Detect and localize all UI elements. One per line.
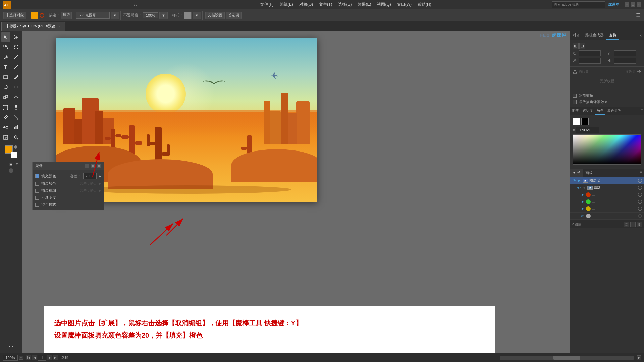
stroke-width-checkbox[interactable] (35, 189, 39, 193)
fill-color-checkbox[interactable] (35, 174, 39, 178)
stroke-color-checkbox[interactable] (35, 182, 39, 186)
warp-tool[interactable] (11, 93, 21, 102)
tolerance-input[interactable] (83, 173, 97, 179)
layer-item-2[interactable]: 👁 ▶ ▣ 图层 2 (570, 177, 644, 184)
lasso-tool[interactable] (11, 42, 21, 52)
menu-window[interactable]: 窗口(W) (394, 1, 414, 8)
layer-circle-green[interactable] (638, 200, 642, 204)
layer-circle-2[interactable] (638, 179, 642, 183)
color-panel-menu[interactable]: ≡ (640, 107, 644, 115)
eye-icon-green[interactable]: 👁 (580, 199, 585, 204)
w-input[interactable] (579, 58, 601, 64)
hex-input[interactable] (576, 127, 599, 133)
fill-indicator[interactable]: □ (3, 162, 7, 166)
h-input[interactable] (614, 58, 636, 64)
swap-colors-btn[interactable]: ↔ (14, 145, 17, 149)
opacity-checkbox[interactable] (35, 196, 39, 200)
rotate-tool[interactable] (1, 82, 10, 92)
layer-circle-gray[interactable] (638, 214, 642, 218)
last-page-btn[interactable]: ▶| (53, 355, 58, 360)
pen-tool[interactable] (1, 52, 10, 62)
slice-tool[interactable] (1, 133, 10, 142)
opacity-dropdown[interactable]: ▼ (159, 12, 168, 19)
magic-wand-tool[interactable] (1, 42, 10, 52)
search-bar[interactable]: 搜索 adobe 帮助 (552, 1, 605, 8)
layers-panel-menu[interactable]: ≡ (638, 169, 644, 177)
control-icon[interactable]: ☰ (636, 12, 641, 18)
brush-tool[interactable] (11, 72, 21, 82)
gradient-indicator[interactable]: ▣ (9, 162, 13, 166)
grid-view-btn[interactable]: ⊞ (573, 43, 579, 49)
stroke-dropdown[interactable]: ▼ (111, 12, 119, 19)
brush-select[interactable]: 搞边 (61, 12, 72, 19)
layer-circle-003[interactable] (638, 186, 642, 190)
eyedropper-tool[interactable] (1, 113, 10, 122)
next-page-btn[interactable]: ▶ (47, 355, 52, 360)
fill-color-swatch[interactable] (31, 12, 38, 19)
checkbox-scale-strokes[interactable] (573, 94, 577, 98)
white-swatch[interactable] (573, 118, 580, 125)
zoom-tool[interactable] (11, 133, 21, 142)
eye-icon-gray[interactable]: 👁 (580, 214, 585, 218)
layer-item-003[interactable]: 👁 ▼ ▣ 003 (570, 184, 644, 191)
zoom-dropdown[interactable]: ▼ (19, 356, 23, 360)
layer-color-yellow[interactable]: 👁 ... (570, 205, 644, 213)
x-input[interactable] (579, 50, 601, 56)
background-color[interactable] (11, 152, 17, 158)
tab-pathfinder[interactable]: 路径查找器 (583, 31, 606, 40)
horizontal-scrollbar[interactable] (500, 356, 634, 360)
menu-edit[interactable]: 编辑(E) (277, 1, 296, 8)
minimize-btn[interactable]: − (625, 2, 629, 7)
menu-help[interactable]: 帮助(H) (415, 1, 434, 8)
maximize-btn[interactable]: □ (631, 2, 635, 7)
stroke-width-arrow[interactable]: ▶ (99, 189, 101, 192)
menu-view[interactable]: 视图(Q) (374, 1, 393, 8)
preferences-btn[interactable]: 首选项 (226, 12, 241, 19)
reflect-tool[interactable] (11, 82, 21, 92)
eye-icon-red[interactable]: 👁 (580, 192, 585, 197)
layer-circle-red[interactable] (638, 193, 642, 197)
prev-page-btn[interactable]: ◀ (32, 355, 37, 360)
direct-select-tool[interactable] (11, 32, 21, 42)
menu-object[interactable]: 对象(O) (297, 1, 316, 8)
chart-tool[interactable] (11, 123, 21, 132)
tab-align[interactable]: 对齐 (570, 31, 583, 40)
style-dropdown[interactable]: ▼ (193, 12, 201, 19)
more-tools-btn[interactable]: ⋯ (6, 342, 16, 351)
tab-transparency[interactable]: 透明度 (581, 107, 595, 115)
eye-icon-layer2[interactable]: 👁 (572, 178, 577, 183)
layer-color-gray[interactable]: 👁 ... (570, 213, 644, 220)
layer-color-red[interactable]: 👁 ... (570, 191, 644, 198)
scrollbar-thumb[interactable] (553, 356, 580, 360)
first-page-btn[interactable]: |◀ (26, 355, 31, 360)
opacity-value[interactable]: 100% (143, 12, 158, 18)
menu-file[interactable]: 文件(F) (258, 1, 276, 8)
new-layer-btn[interactable]: + (630, 222, 636, 227)
scale-tool[interactable] (1, 93, 10, 102)
select-tool[interactable] (1, 32, 10, 42)
pencil-tool[interactable] (11, 52, 21, 62)
grid-view-btn2[interactable]: ⊟ (579, 43, 585, 49)
tab-color-ref[interactable]: 颜色参考 (605, 107, 623, 115)
menu-effect[interactable]: 效果(E) (355, 1, 374, 8)
make-clip-mask-btn[interactable]: ⬚ (624, 222, 629, 227)
screen-mode-btn[interactable] (9, 168, 13, 173)
magic-panel-menu[interactable]: ≡ (97, 164, 101, 168)
color-spectrum[interactable] (573, 134, 641, 165)
layers-tab-layers[interactable]: 图层 (570, 169, 583, 177)
eye-icon-yellow[interactable]: 👁 (580, 206, 585, 211)
puppet-warp-tool[interactable] (11, 103, 21, 112)
y-input[interactable] (614, 50, 636, 56)
scroll-right-btn[interactable]: ▶ (637, 355, 641, 360)
tab-close-btn[interactable]: × (59, 24, 61, 28)
doc-settings-btn[interactable]: 文档设置 (205, 12, 225, 19)
close-btn[interactable]: × (637, 2, 641, 7)
style-swatch[interactable] (184, 12, 192, 19)
measure-tool[interactable] (11, 113, 21, 122)
free-transform-tool[interactable] (1, 103, 10, 112)
none-indicator[interactable]: ⊘ (15, 162, 19, 166)
eye-icon-003[interactable]: 👁 (577, 185, 581, 190)
delete-layer-btn[interactable]: 🗑 (637, 222, 642, 227)
layers-tab-canvas[interactable]: 画板 (583, 169, 595, 177)
stroke-color-arrow[interactable]: ▶ (99, 182, 101, 185)
